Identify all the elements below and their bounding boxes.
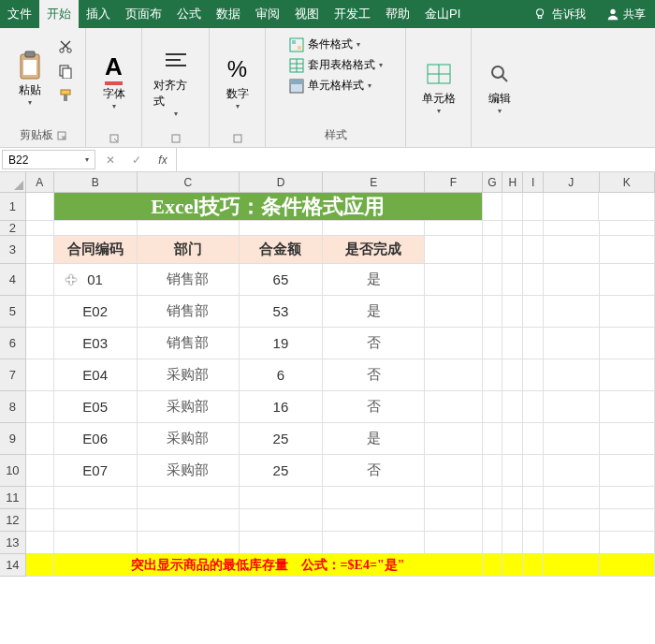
spreadsheet-grid[interactable]: ABCDEFGHIJK 1Excel技巧：条件格式应用23合同编码部门合金额是否…: [0, 172, 655, 577]
tab-帮助[interactable]: 帮助: [378, 0, 417, 28]
cell[interactable]: [523, 328, 544, 359]
number-button[interactable]: % 数字 ▾: [217, 32, 258, 132]
cell[interactable]: [483, 554, 503, 577]
cell[interactable]: [600, 236, 655, 264]
cell[interactable]: [425, 487, 482, 509]
col-header-G[interactable]: G: [483, 172, 503, 193]
col-header-D[interactable]: D: [240, 172, 323, 193]
cell[interactable]: [425, 236, 482, 264]
data-cell[interactable]: E04: [54, 359, 138, 391]
data-cell[interactable]: 19: [240, 328, 323, 359]
col-header-I[interactable]: I: [523, 172, 544, 193]
cell[interactable]: [544, 455, 599, 487]
cell[interactable]: [544, 359, 599, 391]
header-cell[interactable]: 合金额: [240, 236, 323, 264]
header-cell[interactable]: 部门: [138, 236, 240, 264]
row-header-5[interactable]: 5: [0, 296, 26, 328]
row-header-2[interactable]: 2: [0, 221, 26, 236]
cell[interactable]: [425, 359, 482, 391]
cell[interactable]: [425, 221, 482, 236]
data-cell[interactable]: 25: [240, 423, 323, 455]
cell[interactable]: [26, 487, 54, 509]
cell[interactable]: [26, 554, 54, 577]
row-header-10[interactable]: 10: [0, 455, 26, 487]
row-header-3[interactable]: 3: [0, 236, 26, 264]
cell[interactable]: [544, 509, 599, 532]
formula-input[interactable]: [177, 148, 655, 171]
cell[interactable]: [599, 554, 655, 577]
cell[interactable]: [600, 391, 655, 423]
cell[interactable]: [54, 487, 138, 509]
editing-button[interactable]: 编辑 ▾: [479, 32, 520, 141]
cell[interactable]: [502, 264, 523, 296]
data-cell[interactable]: 销售部: [138, 296, 240, 328]
data-cell[interactable]: E06: [54, 423, 138, 455]
data-cell[interactable]: 25: [240, 455, 323, 487]
row-header-11[interactable]: 11: [0, 487, 26, 509]
copy-button[interactable]: [54, 60, 77, 82]
cancel-formula-button[interactable]: ✕: [97, 154, 124, 167]
cell[interactable]: [26, 391, 54, 423]
cell[interactable]: [523, 455, 544, 487]
tab-开始[interactable]: 开始: [39, 0, 79, 28]
cell[interactable]: [425, 296, 482, 328]
share-button[interactable]: 共享: [597, 0, 655, 28]
data-cell[interactable]: 否: [323, 455, 425, 487]
cell[interactable]: [502, 455, 523, 487]
dialog-launcher-icon[interactable]: [171, 134, 181, 143]
cell[interactable]: [483, 236, 503, 264]
cell[interactable]: [26, 296, 54, 328]
cell[interactable]: [502, 509, 523, 532]
cell[interactable]: [600, 509, 655, 532]
cell[interactable]: [544, 487, 599, 509]
col-header-C[interactable]: C: [138, 172, 240, 193]
tab-数据[interactable]: 数据: [209, 0, 248, 28]
data-cell[interactable]: 采购部: [138, 455, 240, 487]
name-box-input[interactable]: [8, 154, 65, 167]
cell[interactable]: [425, 455, 482, 487]
data-cell[interactable]: 6: [240, 359, 323, 391]
cell[interactable]: [425, 532, 482, 554]
cell[interactable]: [26, 328, 54, 359]
confirm-formula-button[interactable]: ✓: [124, 154, 150, 167]
cell[interactable]: [544, 193, 600, 221]
select-all-corner[interactable]: [0, 172, 26, 193]
cell[interactable]: [483, 391, 503, 423]
cell[interactable]: [544, 264, 599, 296]
cell[interactable]: [483, 487, 503, 509]
cell[interactable]: [483, 296, 503, 328]
data-cell[interactable]: 否: [323, 359, 425, 391]
paste-button[interactable]: 粘贴 ▾: [9, 32, 51, 125]
cell[interactable]: [483, 532, 503, 554]
chevron-down-icon[interactable]: ▾: [85, 155, 89, 164]
cell[interactable]: [425, 328, 482, 359]
data-cell[interactable]: 是: [323, 264, 425, 296]
conditional-format-button[interactable]: 条件格式▾: [285, 36, 386, 53]
data-cell[interactable]: E03: [54, 328, 138, 359]
col-header-J[interactable]: J: [544, 172, 599, 193]
cell[interactable]: [26, 423, 54, 455]
dialog-launcher-icon[interactable]: [109, 134, 119, 143]
header-cell[interactable]: 是否完成: [323, 236, 425, 264]
cell[interactable]: [26, 455, 54, 487]
data-cell[interactable]: 采购部: [138, 423, 240, 455]
cell[interactable]: [26, 264, 54, 296]
cell[interactable]: [544, 221, 599, 236]
cell[interactable]: [26, 509, 54, 532]
dialog-launcher-icon[interactable]: [57, 131, 66, 140]
cell[interactable]: [483, 423, 503, 455]
header-cell[interactable]: 合同编码: [54, 236, 138, 264]
cell[interactable]: [523, 509, 544, 532]
data-cell[interactable]: 销售部: [138, 264, 240, 296]
format-painter-button[interactable]: [54, 84, 77, 107]
row-header-7[interactable]: 7: [0, 359, 26, 391]
cell[interactable]: [502, 532, 523, 554]
row-header-9[interactable]: 9: [0, 423, 26, 455]
tab-文件[interactable]: 文件: [0, 0, 39, 28]
cell[interactable]: [544, 554, 600, 577]
cell[interactable]: [502, 391, 523, 423]
tab-视图[interactable]: 视图: [287, 0, 327, 28]
cell[interactable]: [483, 193, 503, 221]
cell[interactable]: [425, 264, 482, 296]
cell[interactable]: [26, 359, 54, 391]
